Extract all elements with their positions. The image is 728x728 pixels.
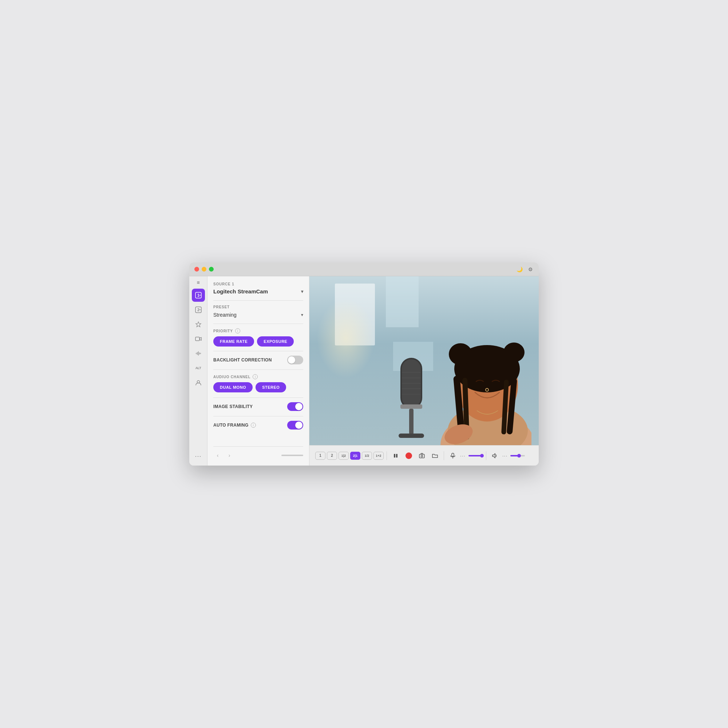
svg-rect-31 (396, 454, 398, 457)
panel-nav: ‹ › (213, 446, 303, 460)
svg-rect-29 (401, 404, 422, 409)
svg-point-16 (503, 343, 525, 362)
panel-scrollbar (281, 455, 303, 456)
divider-toolbar-1 (387, 451, 387, 460)
title-bar-icons: 🌙 ⚙ (516, 266, 534, 273)
auto-framing-label-group: AUTO FRAMING i (213, 423, 256, 428)
video-scene (309, 276, 539, 445)
sidebar-item-video[interactable] (192, 332, 205, 346)
sidebar-item-effects[interactable] (192, 318, 205, 331)
svg-point-33 (421, 455, 423, 457)
svg-text:1: 1 (197, 294, 199, 297)
panel: SOURCE 1 Logitech StreamCam ▾ PRESET Str… (208, 276, 309, 466)
svg-rect-34 (452, 453, 454, 456)
mic-button[interactable] (447, 450, 459, 462)
priority-label: PRIORITY (213, 329, 233, 333)
audio-channel-row: AUDIUO CHANNEL i DUAL MONO STEREO (213, 374, 303, 392)
svg-rect-4 (196, 337, 199, 341)
sidebar-icons: ≡ 1 2 (189, 276, 208, 466)
frame-rate-button[interactable]: FRAME RATE (213, 336, 254, 347)
priority-row: PRIORITY i FRAME RATE EXPOSURE (213, 328, 303, 347)
priority-pill-group: FRAME RATE EXPOSURE (213, 336, 303, 347)
mic-slider[interactable] (468, 455, 483, 456)
dual-mono-button[interactable]: DUAL MONO (213, 382, 252, 392)
maximize-button[interactable] (209, 267, 214, 272)
image-stability-knob (295, 403, 303, 410)
source-btn-plus[interactable]: 1+2 (373, 452, 384, 460)
divider-4 (213, 369, 303, 370)
source-btn-1[interactable]: 1 (315, 452, 326, 460)
backlight-correction-label: BACKLIGHT CORRECTION (213, 358, 272, 362)
sidebar-item-profile[interactable] (192, 376, 205, 389)
record-dot (405, 453, 412, 459)
volume-slider[interactable] (510, 455, 525, 456)
divider-2 (213, 324, 303, 324)
mic-slider-group (468, 455, 483, 456)
traffic-lights (194, 267, 214, 272)
source-btn-half1[interactable]: 1/2 (362, 452, 372, 460)
backlight-correction-toggle[interactable] (287, 356, 303, 364)
svg-point-15 (449, 343, 472, 365)
folder-button[interactable] (429, 450, 441, 462)
source-btn-12[interactable]: 1|2 (338, 452, 349, 460)
backlight-correction-row: BACKLIGHT CORRECTION (213, 356, 303, 364)
divider-6 (213, 416, 303, 416)
record-button[interactable] (403, 450, 414, 462)
auto-framing-row: AUTO FRAMING i (213, 421, 303, 430)
priority-info-icon[interactable]: i (235, 328, 240, 333)
microphone-svg (390, 350, 433, 445)
source-label: SOURCE 1 (213, 282, 303, 286)
sidebar-item-audio[interactable] (192, 347, 205, 360)
svg-rect-32 (419, 454, 424, 458)
source-btn-21[interactable]: 2|1 (350, 452, 360, 460)
preset-value: Streaming (213, 312, 237, 318)
svg-rect-27 (409, 409, 413, 434)
auto-framing-knob (295, 422, 303, 429)
dark-mode-icon[interactable]: 🌙 (516, 266, 523, 273)
audio-channel-label: AUDIUO CHANNEL (213, 375, 251, 379)
snapshot-button[interactable] (416, 450, 428, 462)
source-dropdown[interactable]: Logitech StreamCam ▾ (213, 288, 303, 294)
volume-button[interactable] (489, 450, 501, 462)
divider-1 (213, 300, 303, 301)
settings-icon[interactable]: ⚙ (527, 266, 534, 273)
light-glow (317, 298, 375, 378)
svg-text:2: 2 (197, 308, 199, 312)
auto-framing-label: AUTO FRAMING (213, 423, 249, 428)
stereo-button[interactable]: STEREO (255, 382, 286, 392)
sidebar-item-source1[interactable]: 1 (192, 289, 205, 302)
toggle-knob (288, 356, 295, 364)
sidebar-item-source2[interactable]: 2 (192, 303, 205, 316)
mic-slider-knob (480, 454, 484, 457)
title-bar: 🌙 ⚙ (189, 262, 539, 276)
priority-label-row: PRIORITY i (213, 328, 303, 333)
divider-5 (213, 398, 303, 398)
app-window: 🌙 ⚙ ≡ 1 2 (189, 262, 539, 466)
preview-area: 1 2 1|2 2|1 1/2 1+2 (309, 276, 539, 466)
sidebar-item-alt[interactable]: ALT (192, 361, 205, 375)
source-name: Logitech StreamCam (213, 288, 268, 294)
svg-rect-30 (394, 454, 395, 457)
auto-framing-toggle[interactable] (287, 421, 303, 430)
minimize-button[interactable] (202, 267, 206, 272)
divider-toolbar-2 (444, 451, 444, 460)
audio-channel-info-icon[interactable]: i (252, 374, 258, 379)
svg-rect-28 (399, 434, 424, 438)
close-button[interactable] (194, 267, 199, 272)
hamburger-menu-icon[interactable]: ≡ (195, 279, 202, 286)
preset-dropdown-arrow[interactable]: ▾ (301, 312, 303, 317)
volume-slider-knob (517, 454, 521, 457)
image-stability-toggle[interactable] (287, 402, 303, 411)
pause-button[interactable] (390, 450, 401, 462)
audio-channel-pill-group: DUAL MONO STEREO (213, 382, 303, 392)
nav-arrows: ‹ › (213, 451, 234, 460)
sidebar-item-more[interactable]: ··· (192, 450, 205, 463)
source-dropdown-arrow: ▾ (301, 289, 303, 294)
mic-dots: ··· (460, 453, 466, 459)
auto-framing-info-icon[interactable]: i (251, 423, 256, 428)
exposure-button[interactable]: EXPOSURE (257, 336, 294, 347)
volume-dots: ··· (502, 453, 508, 459)
nav-prev-arrow[interactable]: ‹ (213, 451, 222, 460)
source-btn-2[interactable]: 2 (327, 452, 337, 460)
nav-next-arrow[interactable]: › (225, 451, 234, 460)
